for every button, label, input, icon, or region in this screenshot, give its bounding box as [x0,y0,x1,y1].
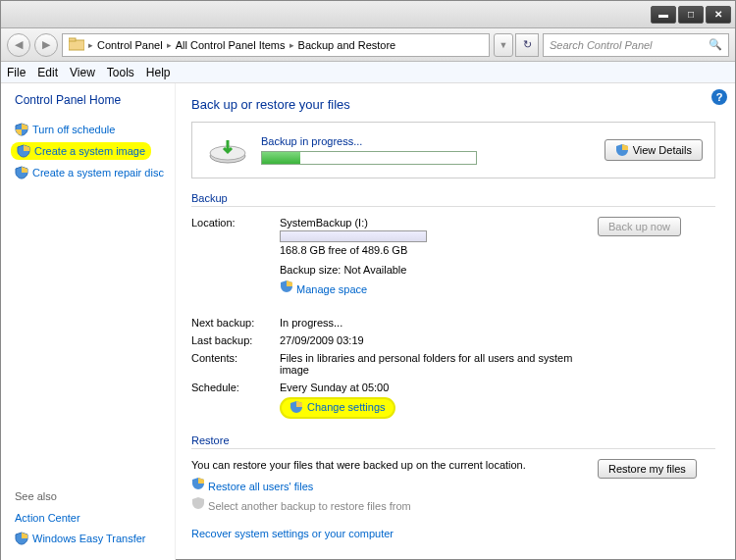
restore-text: You can restore your files that were bac… [191,459,598,471]
folder-icon [69,37,84,53]
last-backup-label: Last backup: [191,334,280,346]
address-bar[interactable]: ▸ Control Panel ▸ All Control Panel Item… [62,33,490,57]
restore-all-users-link[interactable]: Restore all users' files [208,481,313,492]
backup-info-grid: Location: SystemBackup (I:) 168.8 GB fre… [191,217,715,419]
sidebar-link-label: Turn off schedule [32,124,115,135]
button-label: View Details [633,144,692,156]
refresh-button[interactable]: ↻ [515,33,539,57]
sidebar-link-label: Create a system repair disc [32,167,164,178]
location-value: SystemBackup (I:) [280,217,598,229]
create-system-image-link[interactable]: Create a system image [11,142,151,160]
dropdown-button[interactable]: ▼ [494,33,513,57]
action-center-link[interactable]: Action Center [11,510,175,526]
recover-system-link[interactable]: Recover system settings or your computer [191,528,394,539]
search-placeholder: Search Control Panel [550,39,653,51]
shield-icon [15,123,28,136]
close-button[interactable]: ✕ [706,6,731,24]
change-settings-highlight: Change settings [280,397,395,419]
sidebar: Control Panel Home Turn off schedule Cre… [1,83,176,560]
restore-my-files-button[interactable]: Restore my files [598,459,697,479]
sidebar-link-label: Windows Easy Transfer [32,533,146,544]
shield-icon [17,144,30,158]
shield-icon [615,143,629,157]
main-content: ? Back up or restore your files Backup i… [176,83,735,560]
menubar: File Edit View Tools Help [1,62,735,83]
minimize-button[interactable]: ▬ [651,6,676,24]
forward-button[interactable]: ▶ [34,33,58,57]
svg-rect-1 [69,38,76,41]
shield-icon [191,477,205,490]
chevron-icon: ▸ [88,40,93,50]
menu-tools[interactable]: Tools [107,66,134,79]
sidebar-link-label: Action Center [15,512,80,524]
shield-icon [289,400,303,414]
disk-usage-bar [280,230,427,242]
create-repair-disc-link[interactable]: Create a system repair disc [11,164,175,181]
menu-help[interactable]: Help [146,66,171,79]
free-space-text: 168.8 GB free of 489.6 GB [280,244,598,256]
shield-icon [280,280,293,293]
view-details-button[interactable]: View Details [605,139,703,161]
shield-icon [191,496,205,510]
contents-label: Contents: [191,352,280,364]
crumb-all-items[interactable]: All Control Panel Items [176,39,286,51]
schedule-label: Schedule: [191,382,280,393]
manage-space-link[interactable]: Manage space [296,283,367,295]
page-title: Back up or restore your files [191,97,715,112]
chevron-icon: ▸ [289,40,294,50]
backup-size-text: Backup size: Not Available [280,264,598,276]
sidebar-link-label: Create a system image [34,145,145,157]
change-settings-link[interactable]: Change settings [307,401,386,413]
last-backup-value: 27/09/2009 03:19 [280,334,598,346]
next-backup-value: In progress... [280,317,598,329]
help-icon[interactable]: ? [711,89,727,105]
next-backup-label: Next backup: [191,317,280,329]
body: Control Panel Home Turn off schedule Cre… [1,83,735,560]
button-label: Back up now [608,221,670,232]
backup-progress-icon [204,132,251,168]
backup-section-label: Backup [191,192,715,204]
titlebar: ▬ □ ✕ [1,1,735,28]
location-label: Location: [191,217,280,229]
divider [191,448,715,449]
see-also-label: See also [11,490,175,502]
search-icon: 🔍 [709,38,722,51]
divider [191,206,715,207]
restore-grid: You can restore your files that were bac… [191,459,715,512]
easy-transfer-link[interactable]: Windows Easy Transfer [11,530,175,547]
contents-value: Files in libraries and personal folders … [280,352,598,376]
menu-view[interactable]: View [70,66,95,79]
shield-icon [15,532,28,545]
back-button[interactable]: ◀ [7,33,30,57]
turn-off-schedule-link[interactable]: Turn off schedule [11,121,175,138]
menu-edit[interactable]: Edit [37,66,58,79]
button-label: Restore my files [608,463,686,475]
control-panel-home-link[interactable]: Control Panel Home [11,93,175,107]
progress-text: Backup in progress... [261,135,595,147]
progress-panel: Backup in progress... View Details [191,122,715,178]
backup-now-button[interactable]: Back up now [598,217,681,236]
crumb-backup-restore[interactable]: Backup and Restore [298,39,396,51]
progress-bar [261,151,477,165]
maximize-button[interactable]: □ [678,6,704,24]
select-another-backup-link: Select another backup to restore files f… [208,500,411,512]
shield-icon [15,166,28,179]
schedule-value: Every Sunday at 05:00 [280,382,598,393]
crumb-control-panel[interactable]: Control Panel [97,39,163,51]
restore-section-label: Restore [191,434,715,446]
window: ▬ □ ✕ ◀ ▶ ▸ Control Panel ▸ All Control … [0,0,736,560]
navbar: ◀ ▶ ▸ Control Panel ▸ All Control Panel … [1,28,735,62]
chevron-icon: ▸ [167,40,172,50]
search-input[interactable]: Search Control Panel 🔍 [543,33,729,57]
menu-file[interactable]: File [7,66,26,79]
